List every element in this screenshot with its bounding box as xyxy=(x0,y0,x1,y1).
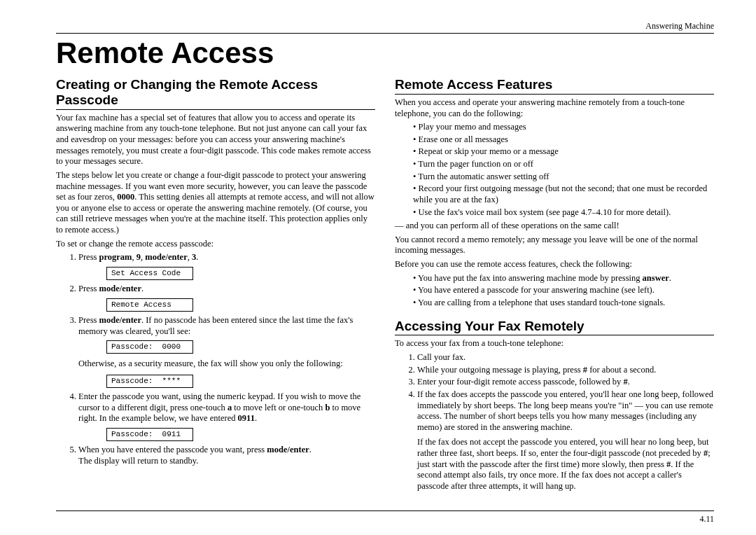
left-column: Creating or Changing the Remote Access P… xyxy=(56,76,375,494)
step-1: Press program, 9, mode/enter, 3. xyxy=(78,252,375,263)
page-footer: 4.11 xyxy=(56,510,714,524)
steps-list: Press mode/enter. xyxy=(56,284,375,295)
running-header: Answering Machine xyxy=(56,21,714,34)
checklist: You have put the fax into answering mach… xyxy=(395,273,714,309)
paragraph: Your fax machine has a special set of fe… xyxy=(56,113,375,167)
access-step-1: Call your fax. xyxy=(417,352,714,363)
list-item: Record your first outgoing message (but … xyxy=(413,183,714,205)
paragraph: Before you can use the remote access fea… xyxy=(395,259,714,270)
paragraph: To set or change the remote access passc… xyxy=(56,239,375,250)
access-step-4: If the fax does accepts the passcode you… xyxy=(417,389,714,492)
list-item: Use the fax's voice mail box system (see… xyxy=(413,207,714,218)
section-title-accessing: Accessing Your Fax Remotely xyxy=(395,319,714,336)
step-4: Enter the passcode you want, using the n… xyxy=(78,391,375,424)
steps-list: Press program, 9, mode/enter, 3. xyxy=(56,252,375,263)
list-item: You have entered a passcode for your ans… xyxy=(413,285,714,296)
list-item: Repeat or skip your memo or a message xyxy=(413,146,714,158)
access-steps: Call your fax. While your outgoing messa… xyxy=(395,352,714,492)
section-title-features: Remote Access Features xyxy=(395,77,714,95)
paragraph: — and you can perform all of these opera… xyxy=(395,221,714,232)
section-title-passcode: Creating or Changing the Remote Access P… xyxy=(56,77,375,110)
steps-list: Enter the passcode you want, using the n… xyxy=(56,391,375,424)
list-item: Play your memo and messages xyxy=(413,122,714,133)
list-item: You have put the fax into answering mach… xyxy=(413,273,714,284)
steps-list: When you have entered the passcode you w… xyxy=(56,445,375,466)
step-5: When you have entered the passcode you w… xyxy=(78,445,375,466)
list-item: Erase one or all messages xyxy=(413,134,714,146)
list-item: Turn the automatic answer setting off xyxy=(413,172,714,183)
feature-list: Play your memo and messages Erase one or… xyxy=(395,122,714,218)
list-item: You are calling from a telephone that us… xyxy=(413,298,714,309)
step-2: Press mode/enter. xyxy=(78,284,375,295)
access-step-4-note: If the fax does not accept the passcode … xyxy=(417,437,714,492)
paragraph: When you access and operate your answeri… xyxy=(395,97,714,119)
access-step-3: Enter your four-digit remote access pass… xyxy=(417,377,714,388)
paragraph: The steps below let you create or change… xyxy=(56,170,375,236)
content-columns: Creating or Changing the Remote Access P… xyxy=(56,76,714,494)
list-item: Turn the pager function on or off xyxy=(413,159,714,170)
steps-list: Press mode/enter. If no passcode has bee… xyxy=(56,315,375,337)
page-title: Remote Access xyxy=(56,38,714,69)
page-number: 4.11 xyxy=(699,514,714,524)
lcd-display: Passcode: **** xyxy=(106,375,193,388)
lcd-display: Passcode: 0911 xyxy=(106,428,193,441)
paragraph: You cannot record a memo remotely; any m… xyxy=(395,235,714,256)
lcd-display: Remote Access xyxy=(106,298,193,312)
paragraph: To access your fax from a touch-tone tel… xyxy=(395,338,714,349)
step-note: Otherwise, as a security measure, the fa… xyxy=(78,359,375,370)
lcd-display: Passcode: 0000 xyxy=(106,340,193,354)
right-column: Remote Access Features When you access a… xyxy=(395,76,714,494)
document-page: Answering Machine Remote Access Creating… xyxy=(0,0,756,535)
step-3: Press mode/enter. If no passcode has bee… xyxy=(78,315,375,337)
lcd-display: Set Access Code xyxy=(106,267,193,280)
access-step-2: While your outgoing message is playing, … xyxy=(417,365,714,376)
